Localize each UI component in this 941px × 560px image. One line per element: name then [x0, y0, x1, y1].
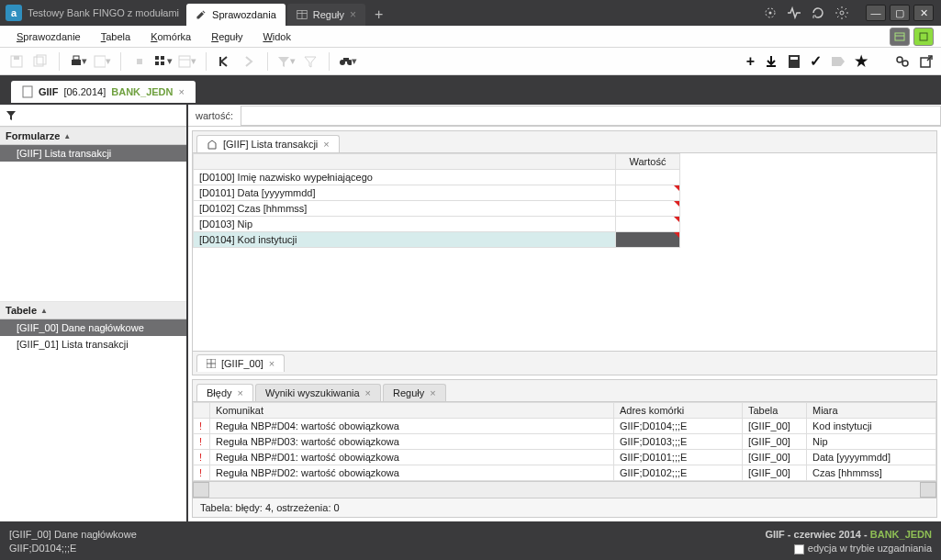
err-msg: Reguła NBP#D04: wartość obowiązkowa	[210, 419, 614, 434]
list-item[interactable]: [GIIF_01] Lista transakcji	[0, 336, 186, 353]
save-icon[interactable]	[7, 52, 26, 71]
table-icon[interactable]: ▾	[178, 52, 196, 71]
close-icon[interactable]: ×	[430, 387, 435, 398]
menu-sprawozdanie[interactable]: Sprawozdanie	[7, 28, 90, 45]
table-row[interactable]: !Reguła NBP#D02: wartość obowiązkowaGIIF…	[194, 465, 936, 481]
errors-table-wrap: Komunikat Adres komórki Tabela Miara !Re…	[193, 402, 936, 481]
forms-panel-header[interactable]: Formularze ▲	[0, 127, 186, 145]
calculator-icon[interactable]	[788, 54, 801, 69]
err-table: [GIIF_00]	[743, 465, 807, 481]
cell-icon[interactable]	[130, 52, 149, 71]
funnel-icon[interactable]	[6, 110, 17, 121]
tab-reguly[interactable]: Reguły ×	[287, 4, 365, 26]
activity-icon[interactable]	[787, 6, 801, 20]
gear-icon[interactable]	[835, 6, 849, 20]
maximize-button[interactable]: ▢	[890, 5, 910, 21]
plus-icon[interactable]: +	[746, 53, 755, 70]
svg-rect-20	[161, 62, 164, 65]
err-msg: Reguła NBP#D03: wartość obowiązkowa	[210, 434, 614, 450]
menu-bar: Sprawozdanie Tabela Komórka Reguły Widok	[0, 26, 941, 48]
row-value[interactable]	[616, 170, 680, 185]
table-row[interactable]: [D0103] Nip	[194, 217, 936, 232]
prev-icon[interactable]	[216, 52, 234, 71]
target-icon[interactable]	[763, 6, 778, 20]
horizontal-scrollbar[interactable]	[193, 481, 936, 498]
tab-search-results[interactable]: Wyniki wyszukiwania×	[255, 384, 381, 401]
close-icon[interactable]: ×	[365, 387, 371, 398]
doc-icon	[22, 85, 33, 98]
table-row[interactable]: [D0101] Data [yyyymmdd]	[194, 185, 936, 201]
status-prefix: GIIF - czerwiec 2014 -	[765, 529, 869, 540]
inner-tab[interactable]: [GIIF] Lista transakcji ×	[196, 135, 340, 152]
status-right: GIIF - czerwiec 2014 - BANK_JEDN edycja …	[765, 528, 932, 556]
tab-sprawozdania[interactable]: Sprawozdania	[186, 4, 286, 26]
err-measure: Czas [hhmmss]	[807, 465, 936, 481]
col-header	[194, 154, 616, 170]
table-row[interactable]: [D0104] Kod instytucji	[194, 232, 936, 248]
export-icon[interactable]: ▾	[93, 52, 111, 71]
close-icon[interactable]: ×	[238, 387, 243, 398]
tab-errors[interactable]: Błędy×	[196, 384, 253, 401]
link-icon[interactable]	[895, 55, 910, 68]
tables-list: [GIIF_00] Dane nagłówkowe [GIIF_01] List…	[0, 319, 186, 521]
menu-reguly[interactable]: Reguły	[202, 28, 252, 45]
col-header: Miara	[807, 403, 936, 419]
filter-icon[interactable]: ▾	[277, 52, 296, 71]
err-measure: Data [yyyymmdd]	[807, 450, 936, 465]
table-row[interactable]: [D0100] Imię nazwisko wypełniającego	[194, 170, 936, 185]
table-row[interactable]: !Reguła NBP#D03: wartość obowiązkowaGIIF…	[194, 434, 936, 450]
separator	[120, 52, 121, 71]
row-value[interactable]	[616, 217, 680, 232]
data-grid: Wartość [D0100] Imię nazwisko wypełniają…	[193, 153, 936, 351]
row-value[interactable]	[616, 232, 680, 248]
list-item[interactable]: [GIIF] Lista transakcji	[0, 145, 186, 162]
error-icon: !	[194, 419, 210, 434]
table-row[interactable]: !Reguła NBP#D01: wartość obowiązkowaGIIF…	[194, 450, 936, 465]
toggle-a[interactable]	[890, 28, 910, 46]
list-item[interactable]: [GIIF_00] Dane nagłówkowe	[0, 319, 186, 336]
toggle-b[interactable]	[913, 28, 934, 46]
close-icon[interactable]: ×	[179, 86, 185, 97]
scroll-left-button[interactable]	[193, 482, 209, 498]
download-icon[interactable]	[764, 54, 779, 69]
svg-rect-26	[343, 58, 349, 62]
save-all-icon[interactable]	[31, 52, 50, 71]
close-button[interactable]: ✕	[913, 5, 934, 21]
box-arrow-icon[interactable]	[919, 54, 934, 69]
next-icon[interactable]	[240, 52, 258, 71]
menu-tabela[interactable]: Tabela	[92, 28, 140, 45]
close-icon[interactable]: ×	[323, 139, 329, 150]
tab-rules[interactable]: Reguły×	[383, 384, 446, 401]
star-icon[interactable]: ★	[855, 52, 868, 70]
table-row[interactable]: !Reguła NBP#D04: wartość obowiązkowaGIIF…	[194, 419, 936, 434]
scroll-right-button[interactable]	[920, 482, 936, 498]
report-tab[interactable]: GIIF [06.2014] BANK_JEDN ×	[11, 81, 196, 103]
tables-panel-header[interactable]: Tabele ▲	[0, 301, 186, 319]
menu-komorka[interactable]: Komórka	[141, 28, 200, 45]
col-header: Adres komórki	[614, 403, 743, 419]
minimize-button[interactable]: —	[866, 5, 886, 21]
value-input[interactable]	[241, 106, 941, 126]
tag-icon[interactable]	[831, 56, 846, 67]
binoculars-icon[interactable]: ▾	[339, 52, 357, 71]
print-icon[interactable]: ▾	[69, 52, 87, 71]
close-icon[interactable]: ×	[350, 8, 356, 21]
svg-rect-10	[14, 56, 19, 60]
svg-rect-21	[179, 56, 190, 67]
add-tab-button[interactable]: +	[367, 4, 390, 26]
check-icon[interactable]: ✓	[810, 52, 822, 70]
col-header	[194, 403, 210, 419]
close-icon[interactable]: ×	[269, 358, 274, 369]
mode-checkbox[interactable]	[794, 544, 804, 554]
err-msg: Reguła NBP#D01: wartość obowiązkowa	[210, 450, 614, 465]
sheet-tab[interactable]: [GIIF_00] ×	[196, 354, 285, 372]
left-pane: Formularze ▲ [GIIF] Lista transakcji Tab…	[0, 105, 188, 521]
refresh-icon[interactable]	[811, 6, 825, 20]
table-row[interactable]: [D0102] Czas [hhmmss]	[194, 201, 936, 217]
filter2-icon[interactable]	[301, 52, 319, 71]
row-value[interactable]	[616, 201, 680, 217]
row-value[interactable]	[616, 185, 680, 201]
menu-widok[interactable]: Widok	[253, 28, 300, 45]
main-area: Formularze ▲ [GIIF] Lista transakcji Tab…	[0, 103, 941, 523]
grid-icon[interactable]: ▾	[154, 52, 173, 71]
